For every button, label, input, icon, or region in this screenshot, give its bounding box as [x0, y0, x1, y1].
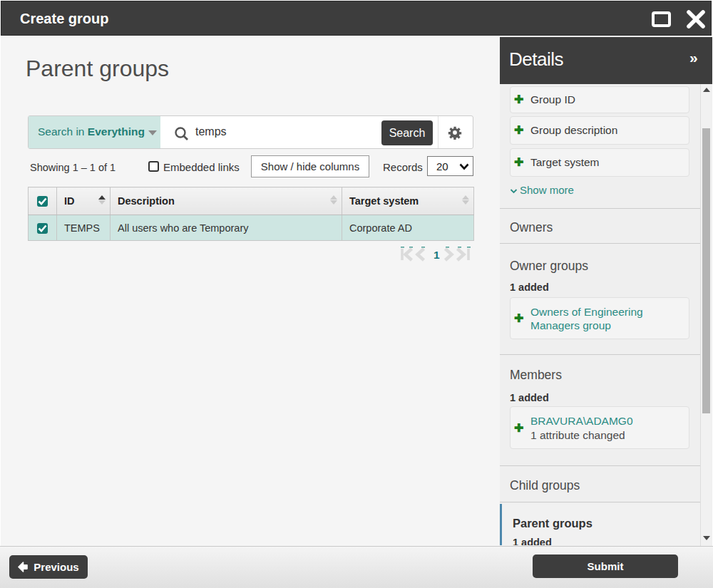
svg-text:1: 1: [434, 249, 440, 261]
